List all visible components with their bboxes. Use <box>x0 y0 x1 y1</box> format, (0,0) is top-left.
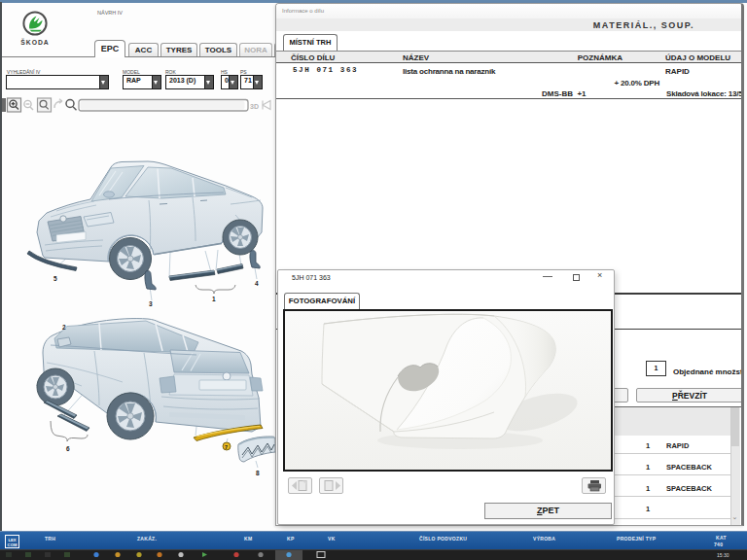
svg-text:3: 3 <box>149 300 153 307</box>
svg-text:6: 6 <box>66 445 70 452</box>
svg-text:4: 4 <box>255 280 259 287</box>
svg-text:8: 8 <box>256 470 260 476</box>
svg-text:3D: 3D <box>250 102 259 109</box>
svg-text:2: 2 <box>62 324 66 331</box>
svg-text:7: 7 <box>225 443 228 449</box>
svg-text:5: 5 <box>53 275 57 282</box>
svg-text:1: 1 <box>212 296 216 302</box>
